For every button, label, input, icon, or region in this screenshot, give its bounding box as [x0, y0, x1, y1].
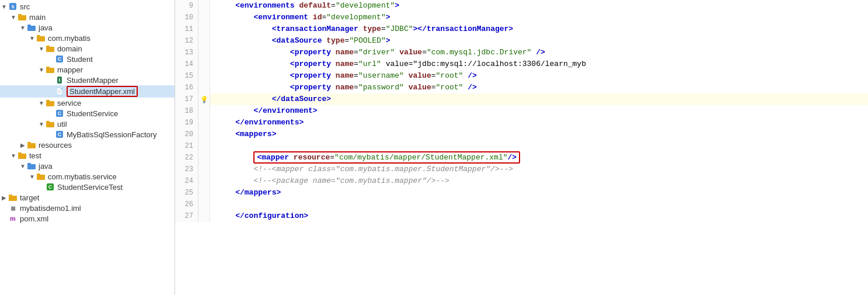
tree-item-StudentServiceTest[interactable]: CStudentServiceTest	[0, 182, 175, 192]
line-number-11: 11	[175, 23, 198, 35]
svg-rect-6	[46, 47, 54, 52]
line-number-25: 25	[175, 187, 198, 199]
line-gutter-16	[198, 82, 210, 93]
line-number-24: 24	[175, 175, 198, 187]
code-line-14: 14 <property name="url" value="jdbc:mysq…	[175, 58, 868, 70]
line-code-20: <mappers>	[210, 129, 868, 140]
svg-rect-5	[37, 35, 40, 37]
line-gutter-26	[198, 199, 210, 210]
line-gutter-11	[198, 23, 210, 35]
svg-rect-20	[37, 175, 45, 180]
tree-label-java-test: java	[39, 162, 53, 171]
tree-arrow-mapper	[37, 67, 46, 73]
svg-rect-16	[18, 154, 26, 159]
tree-item-pom.xml[interactable]: mpom.xml	[0, 213, 175, 224]
line-code-11: <transactionManager type="JDBC"></transa…	[210, 23, 868, 35]
tree-item-src[interactable]: ssrc	[0, 1, 175, 12]
code-line-24: 24 <!--<package name="com.mybatis.mapper…	[175, 175, 868, 187]
tree-item-com.mybatis.service[interactable]: com.mybatis.service	[0, 171, 175, 182]
file-icon-folder	[18, 151, 27, 160]
line-number-19: 19	[175, 117, 198, 129]
line-number-17: 17	[175, 93, 198, 105]
tree-label-resources: resources	[39, 141, 72, 150]
file-icon-java-class-test: C	[46, 182, 55, 192]
line-number-16: 16	[175, 82, 198, 93]
line-code-12: <dataSource type="POOLED">	[210, 35, 868, 47]
line-number-10: 10	[175, 12, 198, 23]
tree-item-mybatisdemo1.iml[interactable]: ◼mybatisdemo1.iml	[0, 203, 175, 213]
line-gutter-22	[198, 152, 210, 164]
code-line-25: 25 </mappers>	[175, 187, 868, 199]
svg-rect-0	[18, 15, 26, 20]
svg-rect-7	[46, 46, 50, 47]
line-gutter-10	[198, 12, 210, 23]
code-line-20: 20 <mappers>	[175, 129, 868, 140]
line-number-13: 13	[175, 47, 198, 58]
code-line-10: 10 <environment id="development">	[175, 12, 868, 23]
file-icon-folder	[46, 44, 55, 53]
tree-item-mapper[interactable]: mapper	[0, 64, 175, 75]
code-line-23: 23 <!--<mapper class="com.mybatis.mapper…	[175, 164, 868, 175]
svg-rect-3	[27, 25, 31, 26]
line-number-12: 12	[175, 35, 198, 47]
tree-item-target[interactable]: target	[0, 192, 175, 203]
tree-item-java-test[interactable]: java	[0, 161, 175, 171]
file-icon-folder	[8, 193, 18, 202]
tree-item-java[interactable]: java	[0, 22, 175, 33]
tree-arrow-test	[9, 152, 18, 159]
tree-arrow-main	[9, 14, 18, 20]
line-gutter-25	[198, 187, 210, 199]
tree-item-StudentMapper[interactable]: IStudentMapper	[0, 75, 175, 85]
tree-item-resources[interactable]: resources	[0, 140, 175, 150]
tree-item-service[interactable]: service	[0, 98, 175, 108]
code-line-15: 15 <property name="username" value="root…	[175, 70, 868, 82]
tree-label-domain: domain	[57, 44, 82, 53]
tree-label-test: test	[29, 151, 41, 160]
tree-item-test[interactable]: test	[0, 150, 175, 161]
line-number-20: 20	[175, 129, 198, 140]
svg-rect-9	[46, 67, 50, 68]
line-code-18: </environment>	[210, 105, 868, 117]
tree-arrow-com.mybatis	[28, 35, 36, 41]
tree-label-mybatisdemo1.iml: mybatisdemo1.iml	[20, 204, 81, 213]
code-content: 9 <environments default="development">10…	[175, 0, 868, 295]
line-code-19: </environments>	[210, 117, 868, 129]
tree-label-util: util	[57, 120, 67, 129]
line-gutter-21	[198, 140, 210, 152]
svg-rect-10	[46, 101, 54, 106]
line-code-25: </mappers>	[210, 187, 868, 199]
line-gutter-23	[198, 164, 210, 175]
tree-item-main[interactable]: main	[0, 12, 175, 22]
line-gutter-24	[198, 175, 210, 187]
bulb-icon: 💡	[200, 96, 208, 103]
line-code-21	[210, 140, 868, 152]
tree-item-MyBatisSqlSessionFactory[interactable]: CMyBatisSqlSessionFactory	[0, 129, 175, 140]
tree-item-StudentService[interactable]: CStudentService	[0, 108, 175, 119]
tree-arrow-java	[19, 25, 27, 31]
tree-label-src: src	[20, 2, 30, 11]
tree-item-util[interactable]: util	[0, 119, 175, 129]
tree-label-java: java	[39, 23, 53, 32]
tree-arrow-util	[37, 121, 46, 127]
line-code-9: <environments default="development">	[210, 0, 868, 12]
tree-item-com.mybatis[interactable]: com.mybatis	[0, 33, 175, 43]
line-number-15: 15	[175, 70, 198, 82]
code-line-11: 11 <transactionManager type="JDBC"></tra…	[175, 23, 868, 35]
svg-rect-1	[18, 14, 22, 16]
file-icon-folder	[36, 172, 46, 181]
file-icon-java-class: C	[55, 54, 64, 64]
code-line-13: 13 <property name="driver" value="com.my…	[175, 47, 868, 58]
tree-item-StudentMapper.xml[interactable]: 📄StudentMapper.xml	[0, 85, 175, 98]
file-icon-java-class: C	[55, 130, 64, 139]
svg-rect-17	[18, 152, 22, 154]
file-icon-pom: m	[8, 214, 18, 223]
code-line-16: 16 <property name="password" value="root…	[175, 82, 868, 93]
file-tree[interactable]: ssrcmainjavacom.mybatisdomainCStudentmap…	[0, 0, 175, 295]
tree-arrow-service	[37, 100, 46, 106]
code-line-17: 17💡 </dataSource>	[175, 93, 868, 105]
tree-label-com.mybatis: com.mybatis	[48, 34, 90, 43]
tree-item-Student[interactable]: CStudent	[0, 54, 175, 64]
file-icon-folder	[46, 98, 55, 107]
tree-item-domain[interactable]: domain	[0, 43, 175, 54]
tree-arrow-target	[0, 195, 8, 201]
